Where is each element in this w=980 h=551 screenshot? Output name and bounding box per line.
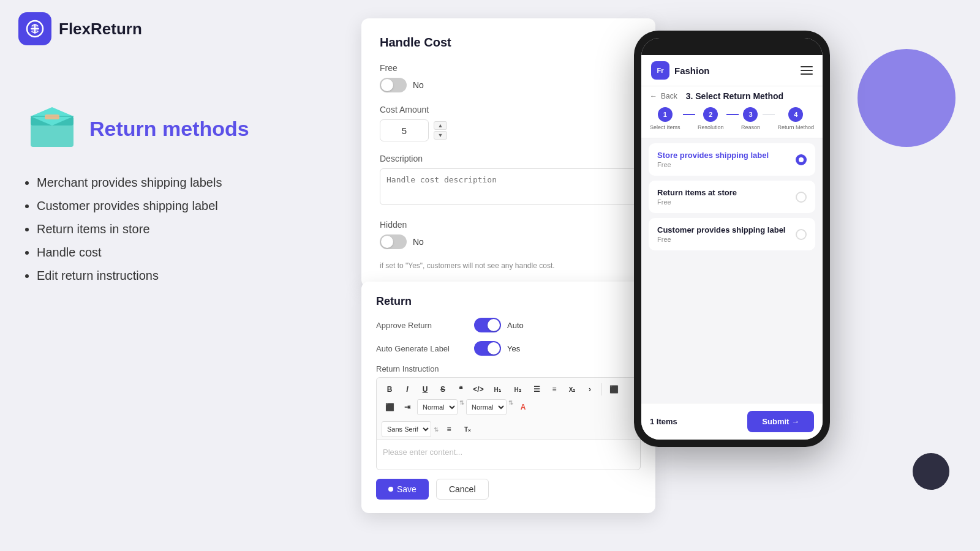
rte-font-select[interactable]: Sans Serif: [382, 421, 431, 437]
approve-toggle[interactable]: [474, 318, 501, 332]
connector-1-2: [683, 114, 695, 115]
rte-body[interactable]: Please enter content...: [376, 440, 641, 470]
hidden-note: if set to "Yes", customers will not see …: [380, 261, 637, 270]
instruction-label: Return Instruction: [376, 364, 641, 373]
autolabel-label: Auto Generate Label: [376, 344, 474, 353]
rte-blockquote[interactable]: ❝: [453, 381, 469, 397]
return-card-title: Return: [376, 295, 641, 308]
phone-top-bar: [641, 38, 823, 55]
svg-rect-6: [45, 114, 59, 119]
back-text[interactable]: Back: [661, 92, 677, 100]
step-4-label: Return Method: [777, 124, 814, 130]
hidden-toggle[interactable]: [380, 234, 407, 249]
cost-input[interactable]: [380, 119, 429, 141]
submit-button[interactable]: Submit →: [747, 411, 814, 432]
method-1[interactable]: Store provides shipping label Free: [649, 143, 815, 176]
hidden-toggle-no: No: [413, 237, 424, 247]
phone-brand: Fashion: [674, 66, 710, 76]
list-item: Handle cost: [37, 244, 318, 261]
section-title: Return methods: [89, 117, 249, 141]
box-icon: [24, 98, 80, 153]
rte-color[interactable]: A: [515, 399, 531, 415]
free-toggle-no: No: [413, 80, 424, 90]
step-4-circle[interactable]: 4: [788, 107, 803, 122]
free-toggle[interactable]: [380, 78, 407, 92]
approve-value: Auto: [507, 321, 524, 330]
rte-format-select[interactable]: Normal: [417, 399, 458, 415]
left-content: Return methods Merchant provides shippin…: [24, 98, 318, 290]
rte-align2[interactable]: ≡: [441, 421, 457, 437]
rte-toolbar-row1: B I U S ❝ </> H₁ H₂ ☰ ≡ X₂ › ⬛ ⬛ ⇥ Norma…: [376, 377, 641, 419]
rte-sep1: [601, 383, 602, 395]
rte-h2[interactable]: H₂: [508, 381, 527, 397]
connector-2-3: [726, 114, 739, 115]
list-item: Customer provides shipping label: [37, 197, 318, 214]
rte-bold[interactable]: B: [382, 381, 398, 397]
rte-size-select[interactable]: Normal: [466, 399, 507, 415]
cost-amount-label: Cost Amount: [380, 105, 637, 114]
method-1-price: Free: [657, 161, 769, 168]
step-1: 1 Select Items: [650, 107, 680, 130]
rte-code[interactable]: </>: [470, 381, 486, 397]
approve-return-row: Approve Return Auto: [376, 318, 641, 332]
method-3[interactable]: Customer provides shipping label Free: [649, 218, 815, 250]
step-2-circle[interactable]: 2: [703, 107, 718, 122]
rte-align-left[interactable]: ⬛: [606, 381, 622, 397]
rte-h1[interactable]: H₁: [488, 381, 507, 397]
method-3-price: Free: [657, 236, 785, 243]
rte-ulist[interactable]: ≡: [546, 381, 562, 397]
method-1-radio[interactable]: [796, 154, 807, 165]
list-item: Merchant provides shipping labels: [37, 174, 318, 191]
step-2-label: Resolution: [698, 124, 724, 130]
rte-placeholder: Please enter content...: [383, 448, 462, 457]
phone-frame: Fr Fashion ← Back 3. Select Return Metho…: [634, 31, 830, 447]
rte-align-center[interactable]: ⬛: [382, 399, 398, 415]
phone-screen: Fr Fashion ← Back 3. Select Return Metho…: [641, 38, 823, 440]
cost-input-row: ▲ ▼: [380, 119, 637, 141]
cancel-button[interactable]: Cancel: [436, 479, 489, 500]
step-title: 3. Select Return Method: [686, 91, 783, 101]
method-2-name: Return items at store: [657, 188, 737, 197]
phone-logo: Fr: [651, 61, 669, 80]
phone-logo-row: Fr Fashion: [651, 61, 710, 80]
rte-container: Return Instruction B I U S ❝ </> H₁ H₂ ☰…: [376, 364, 641, 470]
deco-circle-small: [913, 453, 949, 490]
rte-subscript[interactable]: X₂: [564, 381, 580, 397]
bullet-list: Merchant provides shipping labels Custom…: [24, 174, 318, 284]
spinner-up[interactable]: ▲: [434, 121, 447, 130]
method-3-radio[interactable]: [796, 229, 807, 240]
rte-more[interactable]: ›: [582, 381, 598, 397]
autolabel-value: Yes: [507, 344, 520, 353]
rte-strikethrough[interactable]: S: [435, 381, 451, 397]
list-item: Return items in store: [37, 220, 318, 238]
phone-notch: [710, 43, 753, 55]
hamburger-icon[interactable]: [801, 66, 813, 75]
rte-olist[interactable]: ☰: [529, 381, 545, 397]
logo-box: [18, 12, 51, 45]
free-label: Free: [380, 63, 637, 73]
list-item: Edit return instructions: [37, 267, 318, 284]
phone-step-header: ← Back 3. Select Return Method 1 Select …: [641, 86, 823, 138]
step-1-circle[interactable]: 1: [658, 107, 673, 122]
step-3-label: Reason: [741, 124, 760, 130]
hidden-label: Hidden: [380, 220, 637, 230]
card-actions: Save Cancel: [376, 479, 641, 500]
autolabel-toggle[interactable]: [474, 341, 501, 356]
rte-italic[interactable]: I: [399, 381, 415, 397]
save-button[interactable]: Save: [376, 479, 429, 500]
free-toggle-row: No: [380, 78, 637, 92]
steps-row: 1 Select Items 2 Resolution 3: [650, 107, 814, 130]
rte-indent[interactable]: ⇥: [399, 399, 415, 415]
rte-underline[interactable]: U: [417, 381, 433, 397]
method-2-radio[interactable]: [796, 192, 807, 203]
autolabel-row: Auto Generate Label Yes: [376, 341, 641, 356]
rte-toolbar-row2: Sans Serif ⇅ ≡ Tₓ: [376, 419, 641, 440]
back-row: ← Back 3. Select Return Method: [650, 91, 814, 101]
hidden-toggle-row: No: [380, 234, 637, 249]
description-textarea[interactable]: [380, 168, 637, 205]
spinner-down[interactable]: ▼: [434, 131, 447, 140]
rte-clear[interactable]: Tₓ: [459, 421, 475, 437]
method-2[interactable]: Return items at store Free: [649, 181, 815, 213]
step-3-circle[interactable]: 3: [743, 107, 758, 122]
save-label: Save: [397, 484, 417, 494]
